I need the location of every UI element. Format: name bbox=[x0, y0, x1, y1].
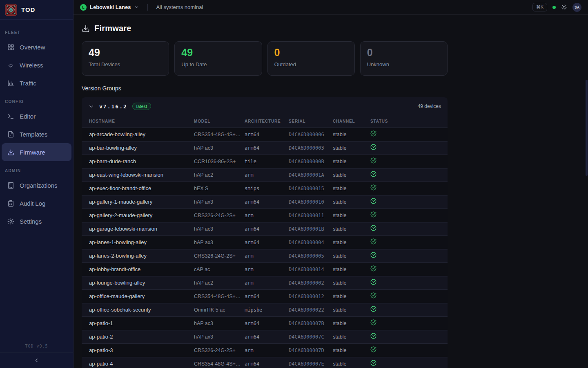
architecture-cell: arm64 bbox=[245, 316, 289, 330]
stat-value: 49 bbox=[89, 47, 162, 58]
hostname-cell: ap-office-maude-gallery bbox=[82, 289, 194, 303]
version-group-header[interactable]: v7.16.2 latest 49 devices bbox=[82, 97, 448, 115]
app-logo[interactable]: TOD bbox=[0, 0, 73, 20]
download-icon bbox=[7, 149, 14, 156]
device-row[interactable]: ap-lanes-1-bowling-alleyhAP ax3arm64D4CA… bbox=[82, 236, 448, 249]
hostname-cell: ap-lanes-2-bowling-alley bbox=[82, 249, 194, 263]
device-row[interactable]: ap-gallery-1-maude-galleryhAP ax3arm64D4… bbox=[82, 195, 448, 209]
serial-cell: D4CA6D00000B bbox=[289, 155, 333, 168]
serial-cell: D4CA6D00001A bbox=[289, 168, 333, 182]
column-header-architecture: Architecture bbox=[245, 115, 289, 128]
stat-label: Up to Date bbox=[181, 61, 255, 67]
architecture-cell: arm bbox=[245, 168, 289, 182]
device-row[interactable]: ap-arcade-bowling-alleyCRS354-48G-4S+…ar… bbox=[82, 128, 448, 141]
circle-check-icon bbox=[370, 211, 376, 218]
architecture-cell: arm64 bbox=[245, 222, 289, 236]
device-row[interactable]: ap-lounge-bowling-alleyhAP ac2armD4CA6D0… bbox=[82, 276, 448, 289]
model-cell: CRS326-24G-2S+ bbox=[194, 209, 245, 222]
grid-icon bbox=[7, 44, 14, 51]
device-row[interactable]: ap-east-wing-lebowski-mansionhAP ac2armD… bbox=[82, 168, 448, 182]
channel-cell: stable bbox=[333, 289, 370, 303]
status-cell bbox=[370, 141, 448, 155]
architecture-cell: arm bbox=[245, 209, 289, 222]
model-cell: hAP ac3 bbox=[194, 316, 245, 330]
sidebar-item-templates[interactable]: Templates bbox=[2, 125, 71, 143]
scrollbar-thumb[interactable] bbox=[586, 80, 588, 176]
device-row[interactable]: ap-patio-1hAP ac3arm64D4CA6D00007Bstable bbox=[82, 316, 448, 330]
device-row[interactable]: ap-lanes-2-bowling-alleyCRS326-24G-2S+ar… bbox=[82, 249, 448, 263]
sidebar-item-overview[interactable]: Overview bbox=[2, 38, 71, 56]
stat-card-total-devices: 49Total Devices bbox=[82, 41, 169, 76]
sidebar-item-label: Settings bbox=[20, 218, 42, 225]
device-row[interactable]: ap-gallery-2-maude-galleryCRS326-24G-2S+… bbox=[82, 209, 448, 222]
device-count: 49 devices bbox=[418, 103, 441, 109]
channel-cell: stable bbox=[333, 343, 370, 357]
org-switcher[interactable]: L Lebowski Lanes bbox=[80, 4, 139, 11]
hostname-cell: ap-patio-1 bbox=[82, 316, 194, 330]
channel-cell: stable bbox=[333, 236, 370, 249]
serial-cell: D4CA6D000006 bbox=[289, 128, 333, 141]
device-row[interactable]: ap-office-maude-galleryCRS354-48G-4S+…ar… bbox=[82, 289, 448, 303]
circle-check-icon bbox=[370, 306, 376, 312]
serial-cell: D4CA6D000012 bbox=[289, 289, 333, 303]
model-cell: cAP ac bbox=[194, 263, 245, 276]
sidebar-item-traffic[interactable]: Traffic bbox=[2, 74, 71, 92]
status-cell bbox=[370, 155, 448, 168]
sidebar-item-wireless[interactable]: Wireless bbox=[2, 56, 71, 74]
topbar: L Lebowski Lanes All systems nominal ⌘K … bbox=[74, 0, 588, 15]
status-cell bbox=[370, 330, 448, 343]
device-row[interactable]: ap-barn-dude-ranchCCR1036-8G-2S+tileD4CA… bbox=[82, 155, 448, 168]
command-palette-button[interactable]: ⌘K bbox=[532, 3, 547, 11]
device-row[interactable]: ap-patio-4CRS354-48G-4S+…arm64D4CA6D0000… bbox=[82, 357, 448, 368]
theme-toggle-button[interactable] bbox=[561, 4, 567, 10]
stat-label: Total Devices bbox=[89, 61, 162, 67]
device-row[interactable]: ap-patio-2hAP ax3arm64D4CA6D00007Cstable bbox=[82, 330, 448, 343]
device-row[interactable]: ap-office-sobchak-securityOmniTIK 5 acmi… bbox=[82, 303, 448, 316]
status-cell bbox=[370, 195, 448, 209]
stat-card-up-to-date: 49Up to Date bbox=[174, 41, 262, 76]
sidebar-item-organizations[interactable]: Organizations bbox=[2, 176, 71, 194]
sidebar-item-label: Organizations bbox=[20, 182, 58, 189]
circle-check-icon bbox=[370, 252, 376, 258]
sidebar-item-settings[interactable]: Settings bbox=[2, 212, 71, 230]
stat-card-unknown: 0Unknown bbox=[360, 41, 448, 76]
sidebar-section-config: CONFIGEditorTemplatesFirmware bbox=[0, 99, 73, 161]
channel-cell: stable bbox=[333, 155, 370, 168]
user-avatar[interactable]: SA bbox=[572, 3, 581, 12]
architecture-cell: arm64 bbox=[245, 195, 289, 209]
circle-check-icon bbox=[370, 130, 376, 137]
serial-cell: D4CA6D000015 bbox=[289, 182, 333, 195]
device-row[interactable]: ap-lobby-brandt-officecAP acarmD4CA6D000… bbox=[82, 263, 448, 276]
status-cell bbox=[370, 263, 448, 276]
model-cell: CRS354-48G-4S+… bbox=[194, 128, 245, 141]
chevron-down-icon bbox=[134, 4, 139, 10]
model-cell: hAP ac2 bbox=[194, 168, 245, 182]
sidebar-collapse-button[interactable] bbox=[0, 353, 73, 368]
serial-cell: D4CA6D000014 bbox=[289, 263, 333, 276]
architecture-cell: arm bbox=[245, 263, 289, 276]
model-cell: hAP ac3 bbox=[194, 141, 245, 155]
circle-check-icon bbox=[370, 184, 376, 191]
circle-check-icon bbox=[370, 265, 376, 272]
architecture-cell: arm64 bbox=[245, 236, 289, 249]
system-status-text: All systems nominal bbox=[156, 4, 203, 10]
sidebar-item-editor[interactable]: Editor bbox=[2, 107, 71, 125]
sidebar-item-audit-log[interactable]: Audit Log bbox=[2, 194, 71, 212]
hostname-cell: ap-patio-2 bbox=[82, 330, 194, 343]
model-cell: hEX S bbox=[194, 182, 245, 195]
section-label: CONFIG bbox=[0, 99, 73, 104]
device-row[interactable]: ap-patio-3CRS326-24G-2S+armD4CA6D00007Ds… bbox=[82, 343, 448, 357]
channel-cell: stable bbox=[333, 357, 370, 368]
column-header-serial: Serial bbox=[289, 115, 333, 128]
device-row[interactable]: ap-garage-lebowski-mansionhAP ac3arm64D4… bbox=[82, 222, 448, 236]
device-row[interactable]: ap-bar-bowling-alleyhAP ac3arm64D4CA6D00… bbox=[82, 141, 448, 155]
sidebar-item-label: Audit Log bbox=[20, 200, 45, 207]
section-label: FLEET bbox=[0, 30, 73, 35]
bar-chart-icon bbox=[7, 80, 14, 87]
sun-icon bbox=[561, 4, 567, 10]
stat-label: Outdated bbox=[274, 61, 348, 67]
device-row[interactable]: ap-exec-floor-brandt-officehEX SsmipsD4C… bbox=[82, 182, 448, 195]
sidebar-item-firmware[interactable]: Firmware bbox=[2, 143, 71, 161]
circle-check-icon bbox=[370, 360, 376, 366]
circle-check-icon bbox=[370, 198, 376, 204]
